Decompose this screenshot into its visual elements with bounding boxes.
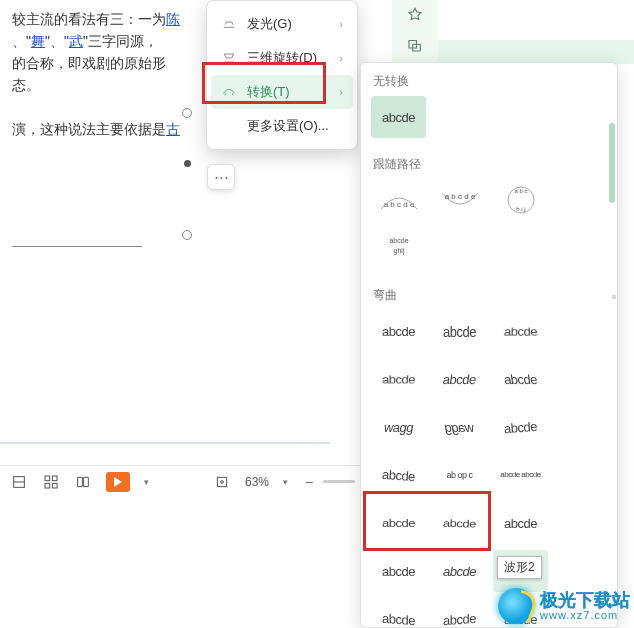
play-dropdown-icon[interactable]: ▾ xyxy=(144,477,152,487)
selection-handle[interactable] xyxy=(182,230,192,240)
menu-3d-rotate[interactable]: 三维旋转(D) › xyxy=(211,41,353,75)
zoom-slider[interactable] xyxy=(323,480,355,483)
doc-text: "、" xyxy=(45,33,69,49)
warp-stop-1[interactable]: abcde xyxy=(432,310,487,352)
menu-label: 更多设置(O)... xyxy=(247,117,329,135)
sample-text: abcde xyxy=(503,372,538,387)
star-icon[interactable] xyxy=(392,0,438,30)
warp-chevron-down[interactable]: abcde xyxy=(493,358,548,400)
section-title-none: 无转换 xyxy=(361,63,617,96)
section-title-path: 跟随路径 xyxy=(361,146,617,179)
view-grid-icon[interactable] xyxy=(42,473,60,491)
svg-text:ghij: ghij xyxy=(393,247,404,255)
context-submenu: 发光(G) › 三维旋转(D) › 转换(T) › 更多设置(O)... xyxy=(206,0,358,150)
sample-text: abcde xyxy=(382,324,415,339)
watermark: 极光下载站 www.xz7.com xyxy=(498,588,630,624)
page-break-line xyxy=(12,246,142,247)
doc-text: 的合称，即戏剧的原始形态。 xyxy=(12,55,166,93)
watermark-logo xyxy=(498,588,534,624)
svg-rect-4 xyxy=(45,483,50,488)
sample-text: abcde xyxy=(381,372,416,386)
view-read-icon[interactable] xyxy=(74,473,92,491)
warp-arch-up-1[interactable]: abcde xyxy=(493,406,548,448)
transform-circle[interactable]: a b ch i j xyxy=(493,179,548,221)
document-text: 较主流的看法有三：一为陈 、"舞"、"武"三字同源， 的合称，即戏剧的原始形态。… xyxy=(0,0,190,148)
layers-icon[interactable] xyxy=(392,30,438,60)
sample-text: abcde xyxy=(504,418,538,435)
doc-text: "三字同源， xyxy=(83,33,158,49)
menu-label: 转换(T) xyxy=(247,83,290,101)
warp-wave-b[interactable]: abcde xyxy=(371,550,426,592)
zoom-dropdown-icon[interactable]: ▾ xyxy=(283,477,291,487)
warp-can-up[interactable]: abcde xyxy=(371,502,426,544)
warp-double-1[interactable]: abcde xyxy=(371,598,426,628)
svg-rect-3 xyxy=(52,476,57,481)
menu-transform[interactable]: 转换(T) › xyxy=(211,75,353,109)
doc-text: 、" xyxy=(12,33,31,49)
selection-handle[interactable] xyxy=(182,108,192,118)
more-dots-button[interactable]: ⋯ xyxy=(207,164,235,190)
menu-glow[interactable]: 发光(G) › xyxy=(211,7,353,41)
play-button[interactable] xyxy=(106,472,130,492)
svg-text:abcde: abcde xyxy=(389,237,408,244)
svg-rect-2 xyxy=(45,476,50,481)
transform-button[interactable]: abcdeghij xyxy=(371,227,426,269)
sample-text: abcde xyxy=(382,517,415,529)
sample-text: abcde xyxy=(443,564,476,579)
warp-tri-down[interactable]: abcde xyxy=(371,358,426,400)
transform-none[interactable]: abcde xyxy=(371,96,426,138)
chevron-right-icon: › xyxy=(339,52,343,64)
zoom-level[interactable]: 63% xyxy=(245,475,269,489)
transform-arch-down[interactable]: a b c d e xyxy=(432,179,487,221)
menu-more-settings[interactable]: 更多设置(O)... xyxy=(211,109,353,143)
sample-text: abcde xyxy=(382,564,415,579)
tooltip: 波形2 xyxy=(497,556,542,579)
transform-panel: 无转换 abcde 跟随路径 a b c d e a b c d e a b c… xyxy=(360,62,618,628)
chevron-right-icon: › xyxy=(339,86,343,98)
scrollbar[interactable] xyxy=(612,295,616,299)
warp-button-2[interactable]: abcde abcde xyxy=(493,454,548,496)
sample-text: wagg xyxy=(445,420,474,435)
sample-text: ab op c xyxy=(446,471,472,480)
svg-rect-6 xyxy=(217,477,226,486)
sample-text: abcde xyxy=(503,325,538,339)
ribbon-strip xyxy=(438,40,634,64)
sample-text: abcde xyxy=(443,517,476,530)
doc-text: 较主流的看法有三：一为 xyxy=(12,11,166,27)
warp-tri-up[interactable]: abcde xyxy=(493,310,548,352)
sample-text: abcde xyxy=(442,372,477,387)
warp-can-down[interactable]: abcde xyxy=(432,502,487,544)
view-single-icon[interactable] xyxy=(10,473,28,491)
fit-page-icon[interactable] xyxy=(213,473,231,491)
link-gu[interactable]: 古 xyxy=(166,121,180,137)
status-bar: ▾ 63% ▾ − xyxy=(0,465,365,497)
sample-text: abcde xyxy=(504,516,537,531)
menu-label: 三维旋转(D) xyxy=(247,49,317,67)
transform-arch-up[interactable]: a b c d e xyxy=(371,179,426,221)
warp-button-1[interactable]: ab op c xyxy=(432,454,487,496)
rotation-handle[interactable] xyxy=(184,160,191,167)
warp-ring-in[interactable]: wagg xyxy=(371,406,426,448)
link[interactable]: 陈 xyxy=(166,11,180,27)
sample-text: abcde xyxy=(443,610,476,627)
zoom-minus[interactable]: − xyxy=(305,474,313,490)
link-wu-dance[interactable]: 舞 xyxy=(31,33,45,49)
side-toolbar xyxy=(392,0,438,62)
warp-plain-1[interactable]: abcde xyxy=(371,310,426,352)
sample-text: wagg xyxy=(384,420,413,435)
warp-arch-up-2[interactable]: abcde xyxy=(371,454,426,496)
svg-text:h i j: h i j xyxy=(516,206,525,212)
pane-border xyxy=(0,442,330,444)
warp-double-2[interactable]: abcde xyxy=(432,598,487,628)
warp-wave-1[interactable]: abcde xyxy=(432,550,487,592)
warp-ring-out[interactable]: wagg xyxy=(432,406,487,448)
sample-text: abcde xyxy=(382,610,415,627)
sample-text: abcde xyxy=(382,110,415,125)
warp-chevron-up[interactable]: abcde xyxy=(432,358,487,400)
link-wu-martial[interactable]: 武 xyxy=(69,33,83,49)
dots-icon: ⋯ xyxy=(214,168,229,186)
watermark-name: 极光下载站 xyxy=(540,591,630,609)
scrollbar-thumb[interactable] xyxy=(609,123,615,203)
warp-wave-a[interactable]: abcde xyxy=(493,502,548,544)
doc-text: 演，这种说法主要依据是 xyxy=(12,121,166,137)
